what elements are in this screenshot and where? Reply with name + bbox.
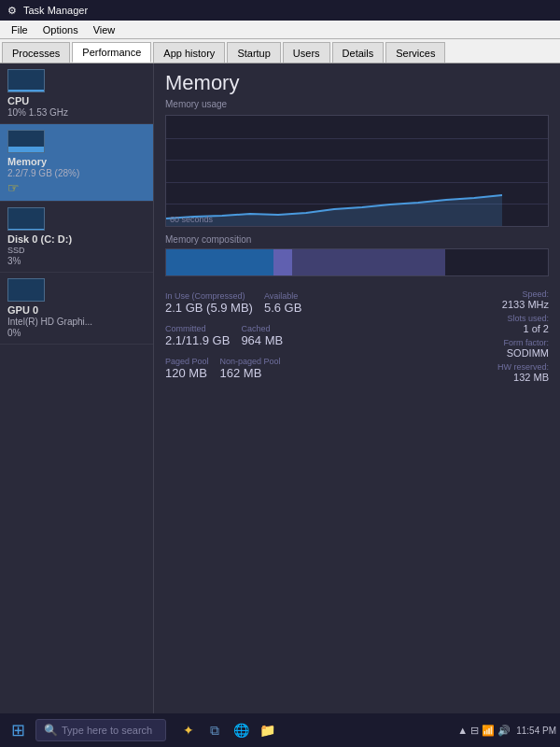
svg-marker-0: [166, 195, 502, 226]
folder-icon[interactable]: 📁: [256, 719, 278, 741]
title-bar-icon: ⚙: [6, 4, 19, 17]
start-button[interactable]: ⊞: [4, 716, 32, 744]
stat-cached: Cached 964 MB: [241, 322, 283, 349]
stat-in-use: In Use (Compressed) 2.1 GB (5.9 MB): [165, 289, 253, 317]
tab-services[interactable]: Services: [385, 42, 445, 63]
gpu-name: Intel(R) HD Graphi...: [7, 317, 146, 327]
tab-app-history[interactable]: App history: [153, 42, 225, 63]
taskbar-search-box[interactable]: 🔍 Type here to search: [35, 719, 166, 741]
right-panel: Memory Memory usage 60 seconds Memory c: [154, 63, 560, 713]
tab-details[interactable]: Details: [332, 42, 385, 63]
stat-row-3: Paged Pool 120 MB Non-paged Pool 162 MB: [165, 355, 465, 382]
screen: ⚙ Task Manager File Options View Process…: [0, 0, 560, 747]
nonpaged-label: Non-paged Pool: [220, 357, 281, 366]
composition-bar: [165, 248, 549, 276]
disk-title: Disk 0 (C: D:): [7, 233, 146, 245]
taskbar-time: 11:54 PM: [516, 726, 556, 736]
tab-processes[interactable]: Processes: [2, 42, 70, 63]
sidebar: CPU 10% 1.53 GHz Memory 2.2/7.9 GB (28%)…: [0, 63, 154, 713]
spec-hw-reserved: HW reserved: 132 MB: [474, 362, 549, 383]
title-bar-text: Task Manager: [23, 5, 88, 16]
spec-slots: Slots used: 1 of 2: [474, 314, 549, 334]
title-bar: ⚙ Task Manager: [0, 0, 560, 21]
memory-bar: [8, 147, 44, 152]
search-text: Type here to search: [62, 725, 152, 736]
cached-value: 964 MB: [241, 333, 283, 347]
stat-row-2: Committed 2.1/11.9 GB Cached 964 MB: [165, 322, 465, 349]
main-content: CPU 10% 1.53 GHz Memory 2.2/7.9 GB (28%)…: [0, 63, 560, 713]
panel-title: Memory: [165, 71, 549, 95]
comp-modified: [273, 249, 292, 275]
gpu-thumbnail: [7, 278, 45, 302]
disk-type: SSD: [7, 246, 146, 255]
sidebar-item-gpu[interactable]: GPU 0 Intel(R) HD Graphi... 0%: [0, 273, 153, 345]
cpu-title: CPU: [7, 95, 146, 106]
menu-file[interactable]: File: [4, 22, 35, 37]
tab-users[interactable]: Users: [283, 42, 330, 63]
cpu-bar: [8, 90, 44, 92]
system-tray: ▲ ⊟ 📶 🔊: [457, 725, 511, 737]
taskbar: ⊞ 🔍 Type here to search ✦ ⧉ 🌐 📁 ▲ ⊟ 📶 🔊 …: [0, 713, 560, 747]
cached-label: Cached: [241, 324, 283, 333]
graph-svg: [166, 116, 548, 226]
sidebar-item-memory[interactable]: Memory 2.2/7.9 GB (28%) ☞: [0, 124, 153, 202]
stat-nonpaged: Non-paged Pool 162 MB: [220, 355, 281, 382]
memory-subtitle: 2.2/7.9 GB (28%): [7, 168, 146, 178]
menu-options[interactable]: Options: [35, 22, 86, 37]
disk-thumbnail: [7, 207, 45, 231]
graph-time-label: 60 seconds: [170, 215, 213, 224]
spec-speed: Speed: 2133 MHz: [474, 289, 549, 310]
taskbar-icons: ✦ ⧉ 🌐 📁: [177, 719, 278, 741]
disk-usage: 3%: [7, 256, 146, 266]
stat-row-1: In Use (Compressed) 2.1 GB (5.9 MB) Avai…: [165, 289, 465, 317]
search-icon: 🔍: [44, 724, 58, 737]
comp-standby: [292, 249, 445, 275]
cursor-indicator: ☞: [7, 180, 146, 195]
paged-label: Paged Pool: [165, 357, 209, 366]
stats-left: In Use (Compressed) 2.1 GB (5.9 MB) Avai…: [165, 289, 465, 388]
tab-bar: Processes Performance App history Startu…: [0, 39, 560, 63]
tab-performance[interactable]: Performance: [72, 42, 151, 63]
stat-available: Available 5.6 GB: [264, 289, 301, 317]
sidebar-item-cpu[interactable]: CPU 10% 1.53 GHz: [0, 63, 153, 124]
stat-committed: Committed 2.1/11.9 GB: [165, 322, 230, 349]
disk-bar: [8, 229, 44, 230]
cortana-icon[interactable]: ✦: [177, 719, 200, 741]
cpu-subtitle: 10% 1.53 GHz: [7, 107, 146, 118]
gpu-title: GPU 0: [7, 304, 146, 316]
sidebar-item-disk[interactable]: Disk 0 (C: D:) SSD 3%: [0, 202, 153, 273]
composition-label: Memory composition: [165, 234, 549, 245]
gpu-usage: 0%: [7, 328, 146, 338]
memory-usage-label: Memory usage: [165, 99, 549, 109]
paged-value: 120 MB: [165, 366, 209, 380]
stats-section: In Use (Compressed) 2.1 GB (5.9 MB) Avai…: [165, 289, 549, 388]
taskbar-right: ▲ ⊟ 📶 🔊 11:54 PM: [457, 725, 556, 737]
memory-graph: 60 seconds: [165, 115, 549, 227]
browser-icon[interactable]: 🌐: [230, 719, 252, 741]
committed-value: 2.1/11.9 GB: [165, 333, 230, 347]
spec-form: Form factor: SODIMM: [474, 338, 549, 359]
stats-right: Speed: 2133 MHz Slots used: 1 of 2 Form …: [474, 289, 549, 388]
nonpaged-value: 162 MB: [220, 366, 281, 380]
committed-label: Committed: [165, 324, 230, 333]
tab-startup[interactable]: Startup: [227, 42, 280, 63]
comp-used: [166, 249, 273, 275]
stat-paged: Paged Pool 120 MB: [165, 355, 209, 382]
memory-title: Memory: [7, 156, 146, 167]
cpu-thumbnail: [7, 69, 45, 92]
task-view-icon[interactable]: ⧉: [203, 719, 226, 741]
menu-bar: File Options View: [0, 21, 560, 39]
menu-view[interactable]: View: [86, 22, 123, 37]
memory-thumbnail: [7, 130, 45, 153]
windows-icon: ⊞: [11, 720, 25, 740]
